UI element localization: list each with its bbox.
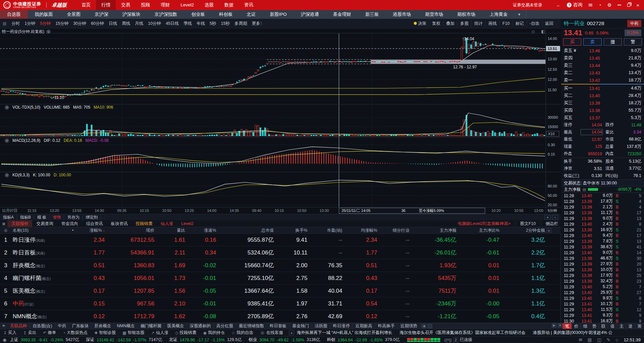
bottom-tab-最近情绪指数[interactable]: 最近情绪指数 — [236, 323, 267, 329]
timeframe-分时[interactable]: 分时 — [9, 21, 22, 26]
nav-item-科创板[interactable]: 科创板 — [212, 10, 240, 19]
info-tab-投顾锦囊[interactable]: 投顾锦囊 — [132, 220, 156, 227]
mini-tab-细[interactable]: 细 — [581, 323, 590, 329]
scroll-right-icon[interactable]: ▶ — [552, 323, 556, 328]
f10-button[interactable]: 图文F10 — [515, 221, 536, 227]
level2-ad-link[interactable]: 电脑版Level2盯盘策略神器> — [458, 221, 510, 227]
buy-level-row[interactable]: 买二13.4028.4万 — [561, 92, 644, 99]
mini-tab-价[interactable]: 价 — [572, 323, 581, 329]
table-row[interactable]: 3肝炎概念(概念)0.511360.831.69-0.0215660.74亿2.… — [0, 259, 561, 272]
nav-dropdown-icon[interactable]: ▼ — [515, 10, 524, 19]
table-scroll-up[interactable]: ▲ — [546, 228, 551, 233]
zoom-in-button[interactable]: + — [545, 215, 551, 220]
timeframe-45日线[interactable]: 45日线 — [163, 21, 181, 26]
kline-chart[interactable]: 14.0013.0012.5012.0011.5013.513000015000… — [0, 28, 561, 214]
nav-item-全景图[interactable]: 全景图 — [60, 10, 88, 19]
index-quote-创业[interactable]: 创业3084.70-49.62-1.58%3136亿 — [245, 337, 324, 343]
mini-tab-主[interactable]: 主 — [617, 323, 626, 329]
info-tab-资金流向[interactable]: 资金流向 — [57, 220, 82, 227]
table-row[interactable]: 4幽门螺杆菌(概念)0.431056.011.73-0.017255.10亿2.… — [0, 272, 561, 285]
info-tab-综合资讯[interactable]: 综合资讯 — [82, 220, 107, 227]
buy-level-row[interactable]: 买三13.3918.2万 — [561, 99, 644, 107]
col-header-现价[interactable]: 现价 — [106, 228, 156, 233]
nav-item-期权市场[interactable]: 期权市场 — [450, 10, 483, 19]
indicator-tab-绑定到[interactable]: 绑定到 — [83, 215, 101, 220]
document-icon[interactable]: ▤ — [588, 337, 592, 342]
timeframe-年线[interactable]: 年线 — [194, 21, 207, 26]
chart-tool-F10[interactable]: F10 — [499, 21, 512, 26]
mini-tab-势[interactable]: 势 — [590, 323, 599, 329]
indicator-tab-指标A[interactable]: 指标A — [0, 215, 17, 220]
pin-icon[interactable]: ⚑ — [0, 324, 7, 328]
bottom-tab-近期强势[interactable]: 近期强势 — [398, 323, 420, 329]
table-row[interactable]: 7NMN概念(概念)0.121712.791.62-0.082705.89亿2.… — [0, 310, 561, 323]
collapse-icon[interactable]: ∨ — [5, 105, 9, 110]
consult-button[interactable]: ?咨询 — [567, 2, 582, 8]
sell-level-row[interactable]: 卖四13.4521.8万 — [561, 54, 644, 62]
nav-item-基金理财[interactable]: 基金理财 — [326, 10, 358, 19]
bottom-tab-活跃股[interactable]: 活跃股 — [312, 323, 331, 329]
mini-tab-笔[interactable]: 笔 — [562, 323, 572, 329]
chart-tool-复权[interactable]: 复权 — [429, 21, 443, 26]
col-header-涨速%[interactable]: 涨速% — [187, 228, 217, 233]
bottom-tab-中药[interactable]: 中药 — [55, 323, 69, 329]
bottom-tab-昨日涨停[interactable]: 昨日涨停 — [330, 323, 353, 329]
table-header[interactable]: ⚙名称(15)•涨幅% ↓现价量比涨速%总市值换手%市盈(动)均涨幅%细分行业主… — [0, 227, 561, 234]
back-icon[interactable]: ← — [556, 2, 561, 8]
gear-icon[interactable]: ⚙ — [4, 228, 7, 233]
pane-corner-icons[interactable]: ◇ ◧ — [532, 29, 548, 34]
scroll-left-icon[interactable]: ◀ — [422, 324, 426, 328]
timeframe-5分钟[interactable]: 5分钟 — [38, 21, 53, 26]
menu-item-数据[interactable]: 数据 — [219, 0, 239, 10]
info-tab-交易查询[interactable]: 交易查询 — [32, 220, 57, 227]
mini-tab-联[interactable]: 联 — [599, 323, 608, 329]
nav-item-新股IPO[interactable]: 新股IPO — [263, 10, 294, 19]
chart-tool--自选[interactable]: -自选 — [527, 21, 542, 26]
bottom-tab-广东板块[interactable]: 广东板块 — [69, 323, 92, 329]
news-item[interactable]: 海尔生物牵头召开《医用液氮储存系统》国家标准起草工作组研讨会 — [400, 330, 533, 336]
order-button-撤[interactable]: 撤 — [604, 38, 622, 46]
chart-tool-决策[interactable]: 决策 — [411, 21, 429, 26]
toolbar-advisor-tips-button[interactable]: ◇投顾锦囊 — [172, 330, 200, 336]
timeframe-多周期[interactable]: 多周期 — [232, 21, 250, 26]
toolbar-smart-diagnose-button[interactable]: ✚智能诊股 — [91, 330, 119, 336]
col-header-涨幅%[interactable]: 涨幅% ↓ — [77, 228, 106, 233]
nav-item-京沪深[interactable]: 京沪深 — [88, 10, 115, 19]
list-icon[interactable]: ▤ — [583, 187, 586, 192]
bottom-tab-昨高换手[interactable]: 昨高换手 — [375, 323, 398, 329]
timeframe-日线[interactable]: 日线 — [106, 21, 119, 26]
buy-level-row[interactable]: 买四13.3855.7万 — [561, 107, 644, 114]
toolbar-xianrenzhang-button[interactable]: ↗仙人涨 — [148, 330, 172, 336]
col-header-主力净比%[interactable]: 主力净比% — [458, 228, 501, 233]
index-quote-上证[interactable]: 上证3993.35-9.41-0.24%5427亿 — [6, 337, 83, 343]
col-header-2分钟金额[interactable]: 2分钟金额 — [501, 228, 546, 233]
menu-item-首页[interactable]: 首页 — [76, 0, 96, 10]
info-tab-仙人涨[interactable]: 仙人涨 — [156, 220, 177, 227]
order-button-买[interactable]: 买 — [563, 38, 581, 46]
bottom-tab-关联品种[interactable]: 关联品种 — [7, 323, 30, 329]
sell-level-row[interactable]: 卖二13.4313.4万 — [561, 69, 644, 76]
mail-icon[interactable]: ✉ — [579, 337, 582, 342]
nav-item-创业板[interactable]: 创业板 — [184, 10, 212, 19]
index-quote-深证[interactable]: 深证13146.42-142.59-1.07%7147亿 — [83, 337, 165, 343]
restore-button[interactable] — [627, 4, 630, 7]
toolbar-my-holdings-button[interactable]: ◉我的持仓 — [200, 330, 228, 336]
minimize-button[interactable] — [617, 5, 621, 5]
collapse-icon[interactable]: ∨ — [5, 138, 9, 143]
collapse-icon[interactable]: ∨ — [5, 173, 9, 177]
timeframe-周线[interactable]: 周线 — [119, 21, 133, 26]
toolbar-online-service-button[interactable]: ☏在线客服 — [256, 330, 286, 336]
bottom-tab-医美概念[interactable]: 医美概念 — [164, 323, 187, 329]
bottom-tab-肝炎概念[interactable]: 肝炎概念 — [92, 323, 114, 329]
bottom-tab-基金独门[interactable]: 基金独门 — [290, 323, 312, 329]
broadcast-icon[interactable]: ◉ — [0, 337, 6, 342]
timeframe-季线[interactable]: 季线 — [181, 21, 194, 26]
chart-tool-画线[interactable]: 画线 — [485, 21, 499, 26]
toolbar-my-watchlist-button[interactable]: ☆我的自选 — [228, 330, 257, 336]
industry-badge[interactable]: 中药 — [627, 20, 641, 27]
timeframe-15分钟[interactable]: 15分钟 — [53, 21, 71, 26]
col-header-•[interactable]: • — [68, 228, 77, 233]
timeframe-更多〉[interactable]: 更多〉 — [249, 21, 267, 26]
indicator-tab-管理[interactable]: 管理 — [50, 215, 64, 220]
table-row[interactable]: 1昨日涨停(风格)2.3467312.551.610.169555.87亿9.4… — [0, 234, 561, 246]
